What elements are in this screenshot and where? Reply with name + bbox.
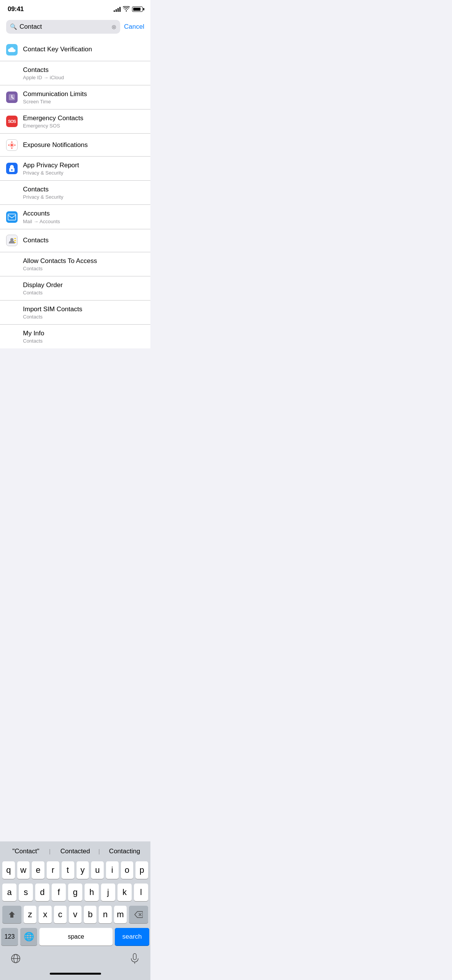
list-item[interactable]: App Privacy Report Privacy & Security (0, 157, 150, 181)
result-title: Allow Contacts To Access (23, 257, 144, 265)
svg-point-6 (11, 141, 13, 142)
battery-icon (132, 7, 143, 12)
result-title: Display Order (23, 281, 144, 289)
svg-point-4 (8, 144, 10, 145)
signal-icon (114, 7, 121, 12)
result-subtitle: Apple ID → iCloud (23, 75, 144, 80)
result-title: Import SIM Contacts (23, 305, 144, 314)
exposure-icon (6, 139, 18, 151)
search-bar-container: 🔍 ⊗ Cancel (0, 17, 150, 38)
result-text: My Info Contacts (23, 329, 144, 344)
list-item[interactable]: Contacts (0, 229, 150, 252)
result-title: App Privacy Report (23, 161, 144, 170)
result-text: Contacts (23, 236, 144, 245)
search-icon: 🔍 (10, 23, 17, 30)
list-item[interactable]: Exposure Notifications (0, 134, 150, 157)
result-subtitle: Mail → Accounts (23, 219, 144, 224)
result-title: My Info (23, 329, 144, 338)
list-item[interactable]: Import SIM Contacts Contacts (0, 301, 150, 325)
status-bar: 09:41 (0, 0, 150, 17)
search-input-wrapper[interactable]: 🔍 ⊗ (6, 20, 120, 34)
result-text: Exposure Notifications (23, 141, 144, 149)
list-item[interactable]: My Info Contacts (0, 325, 150, 348)
result-subtitle: Contacts (23, 314, 144, 320)
list-item[interactable]: Communication Limits Screen Time (0, 85, 150, 109)
results-list: Contact Key Verification Contacts Apple … (0, 38, 150, 348)
result-text: App Privacy Report Privacy & Security (23, 161, 144, 176)
result-text: Contact Key Verification (23, 45, 144, 54)
result-text: Contacts Apple ID → iCloud (23, 66, 144, 80)
list-item[interactable]: Display Order Contacts (0, 276, 150, 301)
svg-rect-13 (14, 240, 16, 241)
svg-point-5 (15, 144, 16, 145)
result-subtitle: Emergency SOS (23, 123, 144, 129)
list-item[interactable]: SOS Emergency Contacts Emergency SOS (0, 109, 150, 134)
result-text: Emergency Contacts Emergency SOS (23, 114, 144, 129)
result-title: Accounts (23, 209, 144, 218)
result-subtitle: Privacy & Security (23, 170, 144, 176)
result-text: Display Order Contacts (23, 281, 144, 296)
svg-rect-12 (14, 238, 16, 239)
result-text: Allow Contacts To Access Contacts (23, 257, 144, 271)
svg-rect-14 (14, 242, 16, 243)
result-subtitle: Contacts (23, 290, 144, 296)
svg-point-9 (11, 169, 13, 171)
mail-icon (6, 211, 18, 223)
screentime-icon (6, 91, 18, 103)
list-item[interactable]: Contacts Privacy & Security (0, 181, 150, 205)
list-item[interactable]: Allow Contacts To Access Contacts (0, 252, 150, 276)
result-title: Communication Limits (23, 90, 144, 98)
result-title: Contacts (23, 236, 144, 245)
status-time: 09:41 (8, 5, 24, 13)
svg-rect-10 (8, 214, 16, 220)
svg-point-7 (11, 147, 13, 149)
search-input[interactable] (20, 23, 109, 31)
result-text: Contacts Privacy & Security (23, 185, 144, 200)
result-subtitle: Contacts (23, 338, 144, 344)
privacy-icon (6, 163, 18, 174)
result-title: Contacts (23, 185, 144, 194)
contacts-app-icon (6, 235, 18, 246)
result-text: Communication Limits Screen Time (23, 90, 144, 105)
result-title: Emergency Contacts (23, 114, 144, 122)
wifi-icon (123, 6, 130, 13)
result-subtitle: Screen Time (23, 99, 144, 105)
status-icons (114, 6, 143, 13)
result-title: Contacts (23, 66, 144, 74)
sos-icon: SOS (6, 116, 18, 127)
result-title: Exposure Notifications (23, 141, 144, 149)
icloud-icon (6, 44, 18, 56)
result-text: Accounts Mail → Accounts (23, 209, 144, 224)
result-text: Import SIM Contacts Contacts (23, 305, 144, 320)
svg-point-3 (11, 144, 13, 146)
clear-button[interactable]: ⊗ (111, 23, 116, 31)
cancel-button[interactable]: Cancel (124, 23, 144, 31)
list-item[interactable]: Accounts Mail → Accounts (0, 205, 150, 229)
result-title: Contact Key Verification (23, 45, 144, 54)
result-subtitle: Privacy & Security (23, 194, 144, 200)
list-item[interactable]: Contact Key Verification (0, 38, 150, 61)
result-subtitle: Contacts (23, 266, 144, 271)
list-item[interactable]: Contacts Apple ID → iCloud (0, 61, 150, 85)
